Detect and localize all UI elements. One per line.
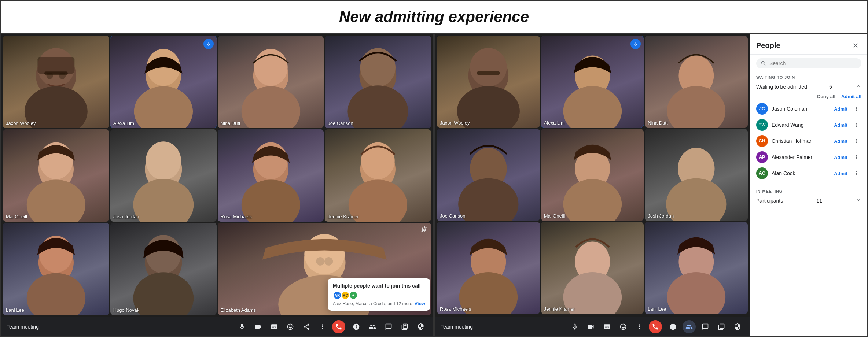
r-security-btn[interactable] xyxy=(731,320,744,333)
r-camera-btn[interactable] xyxy=(584,320,597,333)
r-name-jaxon: Jaxon Wooley xyxy=(440,120,470,126)
video-cell-rosa: Rosa Michaels xyxy=(218,129,324,222)
info-btn[interactable] xyxy=(350,320,363,333)
waiting-person-row: EW Edward Wang Admit xyxy=(750,117,867,133)
activities-btn[interactable] xyxy=(398,320,411,333)
search-icon xyxy=(761,60,766,66)
svg-point-26 xyxy=(361,142,395,179)
r-rosa-video xyxy=(437,222,540,314)
svg-point-37 xyxy=(324,257,333,266)
svg-point-48 xyxy=(458,178,518,221)
svg-point-30 xyxy=(27,273,85,315)
r-captions-btn[interactable] xyxy=(600,320,614,333)
alan-name: Alan Cook xyxy=(772,170,830,176)
waiting-person-row: CH Christian Hoffman Admit xyxy=(750,133,867,149)
end-call-btn[interactable] xyxy=(332,320,345,333)
people-btn[interactable] xyxy=(366,320,379,333)
r-video-cell-alexa: Alexa Lim xyxy=(541,36,644,128)
jaxon-video xyxy=(3,36,109,128)
r-video-cell-rosa: Rosa Michaels xyxy=(437,222,540,314)
r-info-btn[interactable] xyxy=(666,320,680,333)
alan-admit-btn[interactable]: Admit xyxy=(834,171,847,176)
name-hugo: Hugo Novak xyxy=(113,307,140,313)
jason-admit-btn[interactable]: Admit xyxy=(834,106,847,112)
svg-point-52 xyxy=(666,178,727,221)
svg-point-14 xyxy=(360,48,396,86)
r-name-nina: Nina Dutt xyxy=(648,120,667,126)
waiting-chevron-btn[interactable] xyxy=(856,83,861,90)
jason-more-btn[interactable] xyxy=(851,104,861,114)
react-btn[interactable] xyxy=(284,320,297,333)
name-mai: Mai Oneill xyxy=(6,214,27,219)
notification-popup: Multiple people want to join this call A… xyxy=(328,278,430,311)
left-meeting-title: Team meeting xyxy=(7,324,231,330)
captions-btn[interactable] xyxy=(268,320,281,333)
admit-all-btn[interactable]: Admit all xyxy=(841,94,861,99)
left-bar-right xyxy=(350,320,427,333)
right-panel-wrapper: Jaxon Wooley xyxy=(434,34,867,336)
edward-admit-btn[interactable]: Admit xyxy=(834,122,847,128)
r-name-josh: Josh Jordan xyxy=(648,213,674,219)
in-meeting-section: IN MEETING xyxy=(750,186,867,195)
r-end-call-btn[interactable] xyxy=(649,320,662,333)
edward-more-btn[interactable] xyxy=(851,120,861,130)
share-btn[interactable] xyxy=(300,320,313,333)
more-btn[interactable] xyxy=(316,320,329,333)
video-cell-jaxon: Jaxon Wooley xyxy=(3,36,109,128)
r-chat-btn[interactable] xyxy=(699,320,712,333)
right-meeting-title: Team meeting xyxy=(441,324,564,330)
video-cell-hugo: Hugo Novak xyxy=(110,223,217,315)
video-cell-jennie: Jennie Kramer xyxy=(325,129,431,222)
r-more-btn[interactable] xyxy=(633,320,646,333)
security-btn[interactable] xyxy=(414,320,427,333)
r-nina-video xyxy=(645,36,748,128)
participants-header: Participants 11 xyxy=(750,195,867,206)
r-people-btn[interactable] xyxy=(683,320,696,333)
deny-all-btn[interactable]: Deny all xyxy=(817,94,835,99)
name-elizabeth: Elizabeth Adams xyxy=(221,307,256,313)
right-video-grid: Jaxon Wooley xyxy=(435,34,750,317)
participants-label: Participants xyxy=(756,198,783,204)
r-jaxon-video xyxy=(437,36,540,128)
r-video-cell-josh: Josh Jordan xyxy=(645,129,748,221)
name-alexa: Alexa Lim xyxy=(113,121,134,126)
christian-admit-btn[interactable]: Admit xyxy=(834,138,847,144)
alexander-admit-btn[interactable]: Admit xyxy=(834,155,847,160)
mic-btn[interactable] xyxy=(235,320,249,333)
left-meeting-bar: Team meeting xyxy=(1,317,433,336)
name-joe: Joe Carlson xyxy=(328,121,353,126)
svg-point-58 xyxy=(667,272,726,314)
camera-btn[interactable] xyxy=(251,320,265,333)
section-divider xyxy=(750,184,867,184)
svg-point-44 xyxy=(563,86,622,128)
search-box[interactable] xyxy=(756,58,861,68)
alexander-name: Alexander Palmer xyxy=(772,154,830,160)
r-josh-video xyxy=(645,129,748,221)
r-react-btn[interactable] xyxy=(617,320,630,333)
svg-point-40 xyxy=(470,48,507,86)
video-cell-joe: Joe Carlson xyxy=(325,36,431,128)
r-mic-btn[interactable] xyxy=(568,320,581,333)
r-name-rosa: Rosa Michaels xyxy=(440,306,471,312)
hugo-video xyxy=(110,223,217,315)
svg-point-46 xyxy=(667,86,726,128)
christian-more-btn[interactable] xyxy=(851,136,861,146)
alan-more-btn[interactable] xyxy=(851,168,861,178)
right-bar-right xyxy=(666,320,744,333)
r-activities-btn[interactable] xyxy=(715,320,728,333)
close-sidebar-btn[interactable] xyxy=(850,40,861,51)
chat-btn[interactable] xyxy=(382,320,395,333)
svg-rect-5 xyxy=(37,57,74,74)
name-jaxon: Jaxon Wooley xyxy=(6,121,36,126)
notif-view-btn[interactable]: View xyxy=(415,301,425,306)
waiting-count: 5 xyxy=(829,84,832,90)
alexander-more-btn[interactable] xyxy=(851,152,861,162)
notif-avatars: AR MC + xyxy=(333,291,425,300)
nina-video xyxy=(218,36,324,128)
svg-point-36 xyxy=(316,257,324,266)
search-input[interactable] xyxy=(769,60,857,66)
r-name-alexa: Alexa Lim xyxy=(544,120,565,126)
participants-expand-btn[interactable] xyxy=(856,197,861,204)
right-bar-controls xyxy=(568,320,662,333)
video-cell-josh: Josh Jordan xyxy=(110,129,217,222)
